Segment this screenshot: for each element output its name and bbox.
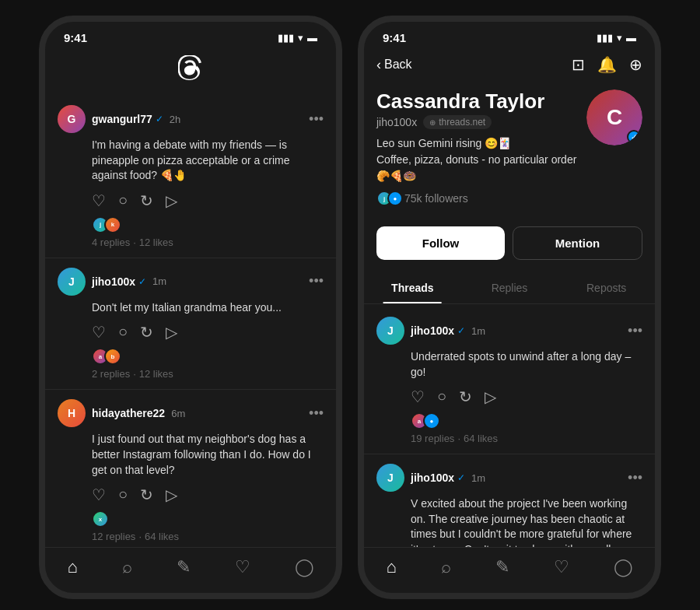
reply-btn-3[interactable]: ○: [118, 486, 128, 504]
share-btn-2[interactable]: ▷: [166, 323, 177, 342]
nav-compose-right[interactable]: ✎: [495, 557, 509, 577]
tp1-stats: 19 replies · 64 likes: [376, 433, 642, 444]
tp2-more-btn[interactable]: •••: [628, 470, 642, 486]
tp1-reply-avatars: a ●: [376, 412, 642, 429]
nav-profile-right[interactable]: ◯: [614, 557, 633, 577]
mention-button[interactable]: Mention: [513, 226, 642, 260]
nav-heart-right[interactable]: ♡: [554, 557, 569, 577]
username-gwangurl77: gwangurl77: [92, 113, 152, 125]
like-btn-2[interactable]: ♡: [92, 323, 106, 342]
post-hidayathere22: H hidayathere22 6m ••• I just found out …: [45, 390, 336, 547]
like-btn-tp1[interactable]: ♡: [411, 387, 425, 406]
post2-time: 1m: [152, 275, 166, 287]
post3-body: I just found out that my neighbor's dog …: [58, 432, 324, 478]
left-status-bar: 9:41 ▮▮▮ ▾ ▬: [45, 22, 336, 49]
follower-mini-2: ●: [387, 191, 403, 206]
username-hidayathere22: hidayathere22: [92, 407, 165, 419]
post3-more-btn[interactable]: •••: [309, 405, 324, 422]
repost-btn-2[interactable]: ↻: [140, 323, 153, 342]
post-jiho100x: J jiho100x ✓ 1m ••• Don't let my Italian…: [45, 258, 336, 391]
thread-post-1: J jiho100x ✓ 1m ••• Underrated spots to …: [364, 307, 655, 454]
profile-handle-row: jiho100x ⊕ threads.net: [376, 115, 586, 129]
tab-threads[interactable]: Threads: [364, 272, 461, 303]
verified-profile-badge: ✓: [627, 130, 641, 144]
avatar-hidayathere22: H: [58, 399, 86, 427]
thread-post2-header: J jiho100x ✓ 1m •••: [376, 464, 642, 492]
post2-reply-avatars: a b: [58, 348, 324, 365]
post1-reply-avatars: j k: [58, 216, 324, 233]
nav-home-right[interactable]: ⌂: [386, 557, 396, 577]
instagram-icon[interactable]: ⊡: [572, 55, 585, 74]
phones-container: 9:41 ▮▮▮ ▾ ▬ G: [23, 0, 677, 610]
tp2-body: V excited about the project I've been wo…: [376, 496, 642, 547]
like-btn-3[interactable]: ♡: [92, 486, 106, 504]
follow-button[interactable]: Follow: [376, 226, 505, 260]
more-options-icon[interactable]: ⊕: [629, 55, 642, 74]
mini-avatar-3a: x: [92, 510, 109, 528]
right-status-icons: ▮▮▮ ▾ ▬: [597, 32, 636, 44]
post1-username-block: gwangurl77 ✓: [92, 113, 163, 125]
post3-username-block: hidayathere22: [92, 407, 165, 419]
left-phone: 9:41 ▮▮▮ ▾ ▬ G: [39, 16, 342, 599]
feed-header: [45, 49, 336, 96]
avatar-gwangurl77: G: [58, 105, 86, 133]
post1-user: G gwangurl77 ✓ 2h: [58, 105, 180, 133]
bell-icon[interactable]: 🔔: [597, 55, 617, 74]
threads-domain-text: threads.net: [439, 117, 485, 128]
profile-avatar: C ✓: [586, 89, 642, 145]
tp1-username: jiho100x: [411, 324, 454, 337]
like-btn-1[interactable]: ♡: [92, 191, 106, 210]
share-btn-tp1[interactable]: ▷: [485, 387, 496, 406]
left-status-icons: ▮▮▮ ▾ ▬: [278, 32, 317, 44]
tp1-more-btn[interactable]: •••: [628, 323, 642, 339]
back-button[interactable]: ‹ Back: [376, 57, 412, 73]
nav-search-left[interactable]: ⌕: [122, 557, 132, 577]
thread-post1-header: J jiho100x ✓ 1m •••: [376, 317, 642, 345]
verified-badge-2: ✓: [138, 276, 146, 287]
profile-actions: Follow Mention: [364, 226, 655, 272]
post1-more-btn[interactable]: •••: [309, 111, 324, 128]
thread-post2-username-block: jiho100x ✓: [411, 472, 465, 484]
left-status-time: 9:41: [64, 31, 87, 44]
reply-btn-2[interactable]: ○: [118, 323, 128, 342]
tp1-time: 1m: [471, 325, 485, 337]
post2-body: Don't let my Italian grandma hear you...: [58, 300, 324, 316]
post2-user: J jiho100x ✓ 1m: [58, 268, 166, 296]
battery-icon-r: ▬: [626, 32, 636, 44]
threads-domain-badge: ⊕ threads.net: [423, 115, 492, 129]
repost-btn-3[interactable]: ↻: [140, 486, 153, 504]
chevron-left-icon: ‹: [376, 57, 381, 73]
tp1-body: Underrated spots to unwind after a long …: [376, 349, 642, 380]
nav-home-left[interactable]: ⌂: [67, 557, 77, 577]
post1-body: I'm having a debate with my friends — is…: [58, 138, 324, 184]
share-btn-3[interactable]: ▷: [166, 486, 177, 504]
verified-badge-1: ✓: [156, 114, 163, 124]
signal-icon-r: ▮▮▮: [597, 32, 613, 44]
repost-btn-tp1[interactable]: ↻: [459, 387, 472, 406]
reply-btn-tp1[interactable]: ○: [437, 387, 446, 406]
tab-reposts[interactable]: Reposts: [558, 272, 655, 303]
mini-avatar-2b: b: [104, 348, 121, 365]
post2-stats: 2 replies · 12 likes: [58, 368, 324, 380]
share-btn-1[interactable]: ▷: [166, 191, 177, 210]
avatar-jiho100x-tp2: J: [376, 464, 404, 492]
nav-profile-left[interactable]: ◯: [295, 557, 314, 577]
post2-more-btn[interactable]: •••: [309, 273, 324, 289]
post2-header: J jiho100x ✓ 1m •••: [58, 268, 324, 296]
right-bottom-nav: ⌂ ⌕ ✎ ♡ ◯: [364, 547, 655, 593]
post3-stats: 12 replies · 64 likes: [58, 531, 324, 542]
reply-btn-1[interactable]: ○: [118, 191, 128, 210]
post3-reply-avatars: x: [58, 510, 324, 528]
post3-header: H hidayathere22 6m •••: [58, 399, 324, 427]
post3-time: 6m: [171, 408, 185, 419]
post1-stats: 4 replies · 12 likes: [58, 237, 324, 248]
nav-heart-left[interactable]: ♡: [235, 557, 250, 577]
wifi-icon-r: ▾: [617, 32, 622, 44]
nav-search-right[interactable]: ⌕: [441, 557, 451, 577]
repost-btn-1[interactable]: ↻: [140, 191, 153, 210]
tab-replies[interactable]: Replies: [461, 272, 558, 303]
tp1-mini-2: ●: [423, 412, 440, 429]
thread-post1-username-block: jiho100x ✓: [411, 324, 465, 337]
post2-username-block: jiho100x ✓: [92, 275, 146, 288]
nav-compose-left[interactable]: ✎: [177, 557, 191, 577]
